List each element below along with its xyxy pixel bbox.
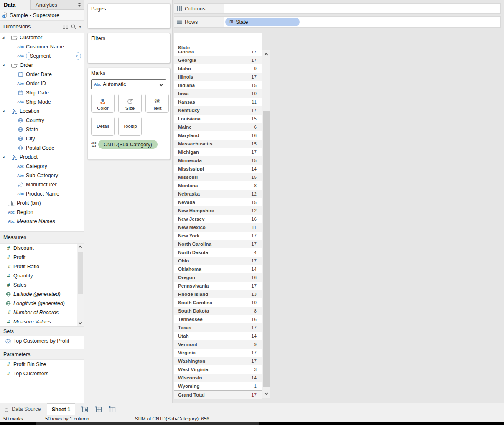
view-as-list-icon[interactable] xyxy=(63,25,68,29)
field-ship-date[interactable]: Ship Date xyxy=(0,88,84,97)
table-row-minnesota[interactable]: Minnesota15 xyxy=(174,156,262,165)
pane-menu-caret-icon[interactable]: ▾ xyxy=(79,25,81,29)
columns-shelf[interactable]: Columns xyxy=(174,3,501,14)
table-row-new-hampshire[interactable]: New Hampshire12 xyxy=(174,206,262,215)
table-scrollbar[interactable] xyxy=(262,50,270,398)
table-row-nebraska[interactable]: Nebraska12 xyxy=(174,190,262,198)
pages-shelf[interactable]: Pages xyxy=(87,3,170,28)
detail-button[interactable]: Detail xyxy=(91,117,115,136)
field-measure-values[interactable]: #Measure Values xyxy=(0,317,84,326)
table-row-new-jersey[interactable]: New Jersey16 xyxy=(174,215,262,223)
field-order-date[interactable]: Order Date xyxy=(0,70,84,79)
field-product[interactable]: ◢Product xyxy=(0,153,84,162)
table-row-new-mexico[interactable]: New Mexico11 xyxy=(174,223,262,232)
table-row-virginia[interactable]: Virginia17 xyxy=(174,349,262,357)
field-top-customers[interactable]: #Top Customers xyxy=(0,369,84,378)
field-quantity[interactable]: #Quantity xyxy=(0,271,84,280)
pane-spinner-icon[interactable] xyxy=(78,3,81,7)
expand-triangle-icon[interactable]: ◢ xyxy=(2,109,6,113)
table-row-rhode-island[interactable]: Rhode Island13 xyxy=(174,290,262,298)
new-dashboard-icon[interactable] xyxy=(95,406,102,412)
field-order[interactable]: ◢Order xyxy=(0,61,84,70)
row-header-state[interactable]: State xyxy=(178,45,190,50)
field-profit[interactable]: #Profit xyxy=(0,253,84,262)
field-category[interactable]: AbcCategory xyxy=(0,162,84,171)
tab-data-source[interactable]: Data Source xyxy=(0,403,47,415)
field-ship-mode[interactable]: AbcShip Mode xyxy=(0,97,84,107)
grand-total-row[interactable]: Grand Total 17 xyxy=(174,390,262,399)
table-row-michigan[interactable]: Michigan17 xyxy=(174,148,262,156)
table-row-iowa[interactable]: Iowa10 xyxy=(174,89,262,98)
scroll-down-button[interactable] xyxy=(262,389,270,397)
tab-analytics[interactable]: Analytics xyxy=(30,0,84,10)
size-button[interactable]: Size xyxy=(118,94,142,113)
mark-type-dropdown[interactable]: Abc Automatic xyxy=(91,79,166,89)
table-row-new-york[interactable]: New York17 xyxy=(174,232,262,240)
new-worksheet-icon[interactable] xyxy=(81,406,88,412)
search-icon[interactable] xyxy=(71,24,76,29)
new-story-icon[interactable] xyxy=(109,406,116,412)
table-row-kentucky[interactable]: Kentucky17 xyxy=(174,106,262,115)
table-row-nevada[interactable]: Nevada15 xyxy=(174,198,262,206)
filters-shelf[interactable]: Filters xyxy=(87,33,170,63)
marks-pill-cntd-sub-category[interactable]: CNTD(Sub-Category) xyxy=(98,140,157,149)
color-button[interactable]: Color xyxy=(91,94,115,113)
tab-sheet-1[interactable]: Sheet 1 xyxy=(47,403,75,415)
table-row-south-carolina[interactable]: South Carolina10 xyxy=(174,298,262,307)
table-row-oregon[interactable]: Oregon16 xyxy=(174,273,262,282)
measures-scrollbar[interactable] xyxy=(77,244,84,326)
field-product-name[interactable]: AbcProduct Name xyxy=(0,189,84,199)
scroll-down-icon[interactable] xyxy=(79,321,82,324)
field-country[interactable]: Country xyxy=(0,116,84,125)
table-row-wyoming[interactable]: Wyoming1 xyxy=(174,382,262,390)
field-postal-code[interactable]: Postal Code xyxy=(0,143,84,153)
field-segment[interactable]: AbcSegment▾ xyxy=(0,51,84,61)
text-button[interactable]: Abc123 Text xyxy=(145,94,169,113)
table-row-vermont[interactable]: Vermont9 xyxy=(174,340,262,349)
table-row-florida[interactable]: Florida17 xyxy=(174,51,262,56)
table-row-tennessee[interactable]: Tennessee16 xyxy=(174,315,262,323)
table-row-indiana[interactable]: Indiana15 xyxy=(174,81,262,89)
measures-scroll-thumb[interactable] xyxy=(78,252,83,294)
field-latitude-generated[interactable]: Latitude (generated) xyxy=(0,290,84,299)
field-sales[interactable]: #Sales xyxy=(0,280,84,290)
table-row-washington[interactable]: Washington17 xyxy=(174,357,262,365)
field-order-id[interactable]: AbcOrder ID xyxy=(0,79,84,88)
table-row-wisconsin[interactable]: Wisconsin14 xyxy=(174,374,262,382)
table-row-montana[interactable]: Montana8 xyxy=(174,181,262,190)
field-sub-category[interactable]: AbcSub-Category xyxy=(0,171,84,180)
table-row-idaho[interactable]: Idaho9 xyxy=(174,64,262,73)
field-location[interactable]: ◢Location xyxy=(0,107,84,116)
scroll-up-icon[interactable] xyxy=(79,246,82,249)
table-row-massachusetts[interactable]: Massachusetts15 xyxy=(174,140,262,148)
rows-pill-state[interactable]: ⊞ State xyxy=(225,18,300,26)
expand-triangle-icon[interactable]: ◢ xyxy=(2,64,6,67)
field-city[interactable]: City xyxy=(0,134,84,143)
rows-shelf[interactable]: Rows ⊞ State xyxy=(174,16,501,28)
table-row-illinois[interactable]: Illinois17 xyxy=(174,73,262,81)
expand-plus-icon[interactable]: ⊞ xyxy=(229,19,233,25)
field-discount[interactable]: #Discount xyxy=(0,244,84,253)
field-dropdown-caret-icon[interactable]: ▾ xyxy=(76,54,78,58)
table-row-west-virginia[interactable]: West Virginia3 xyxy=(174,365,262,374)
field-number-of-records[interactable]: =#Number of Records xyxy=(0,308,84,317)
table-row-maryland[interactable]: Maryland16 xyxy=(174,131,262,140)
field-profit-bin-size[interactable]: #Profit Bin Size xyxy=(0,360,84,369)
field-measure-names[interactable]: AbcMeasure Names xyxy=(0,217,84,226)
field-manufacturer[interactable]: Manufacturer xyxy=(0,180,84,189)
field-top-customers-by-profit[interactable]: Top Customers by Profit xyxy=(0,336,84,346)
table-row-pennsylvania[interactable]: Pennsylvania17 xyxy=(174,282,262,290)
table-row-south-dakota[interactable]: South Dakota8 xyxy=(174,307,262,315)
expand-triangle-icon[interactable]: ◢ xyxy=(2,36,6,39)
table-row-missouri[interactable]: Missouri15 xyxy=(174,173,262,181)
table-row-ohio[interactable]: Ohio17 xyxy=(174,257,262,265)
field-region[interactable]: AbcRegion xyxy=(0,208,84,217)
table-row-north-dakota[interactable]: North Dakota4 xyxy=(174,248,262,257)
tooltip-button[interactable]: Tooltip xyxy=(118,117,142,136)
table-row-texas[interactable]: Texas17 xyxy=(174,323,262,332)
field-profit-bin[interactable]: Profit (bin) xyxy=(0,199,84,208)
table-row-kansas[interactable]: Kansas11 xyxy=(174,98,262,106)
table-row-utah[interactable]: Utah14 xyxy=(174,332,262,340)
scroll-up-button[interactable] xyxy=(262,51,270,59)
expand-triangle-icon[interactable]: ◢ xyxy=(2,155,6,159)
